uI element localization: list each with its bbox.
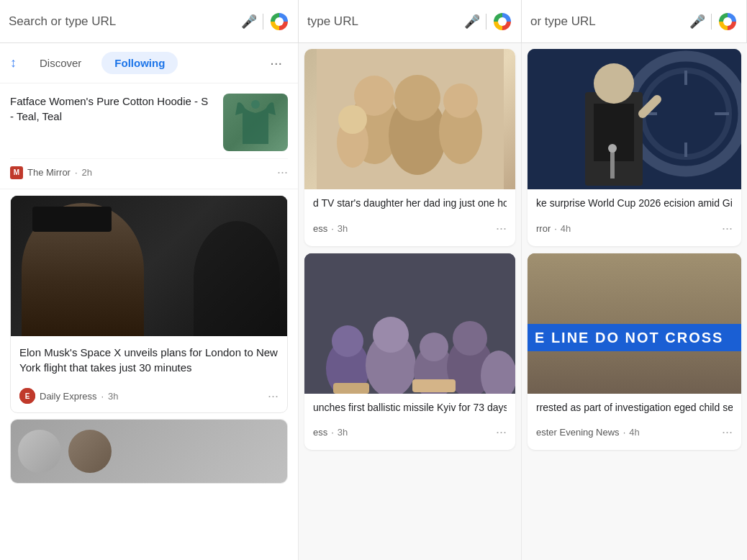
more-options-button[interactable]: ··· [264, 52, 288, 74]
svg-rect-22 [333, 383, 369, 394]
svg-text:E: E [25, 392, 30, 400]
card-infantino-title[interactable]: ke surprise World Cup 2026 ecision amid … [536, 197, 733, 211]
card-infantino-meta: rror · 4h ··· [536, 217, 733, 243]
card-police-time: 4h [629, 427, 639, 438]
card-tvstar-meta: ess · 3h ··· [313, 217, 507, 243]
svg-point-18 [420, 333, 448, 361]
card-musk: Elon Musk's Space X unveils plans for Lo… [10, 195, 288, 413]
card-hoodie-title[interactable]: Fatface Women's Pure Cotton Hoodie - S -… [10, 94, 214, 124]
card-musk-time: 3h [108, 391, 118, 402]
card-missile-image [304, 253, 515, 394]
divider-2 [486, 14, 486, 30]
svg-rect-35 [610, 150, 615, 179]
card-missile-meta: ess · 3h ··· [313, 420, 507, 447]
card-infantino-source: rror [536, 223, 551, 234]
col-left: ↕ Discover Following ··· Fatface Women's… [0, 43, 299, 560]
card-hoodie-meta: M The Mirror · 2h ··· [10, 158, 288, 189]
card-hoodie-source: The Mirror [27, 167, 71, 178]
mic-icon-2[interactable]: 🎤 [464, 14, 480, 30]
card-police-image: E LINE DO NOT CROSS [528, 253, 741, 394]
card-tvstar-more[interactable]: ··· [496, 221, 507, 236]
tab-following[interactable]: Following [101, 52, 178, 74]
svg-point-36 [608, 144, 617, 153]
search-text-2[interactable]: type URL [307, 14, 458, 29]
card-musk-source: Daily Express [40, 391, 96, 402]
mic-icon-1[interactable]: 🎤 [241, 14, 257, 30]
card-infantino-time: 4h [561, 223, 571, 234]
card-missile-time: 3h [338, 427, 348, 438]
card-tvstar: d TV star's daughter her dad ing just on… [304, 49, 515, 246]
card-infantino-image [528, 49, 741, 189]
card-tvstar-body: d TV star's daughter her dad ing just on… [304, 189, 515, 246]
card-tvstar-image [304, 49, 515, 189]
card-infantino-body: ke surprise World Cup 2026 ecision amid … [528, 189, 741, 246]
svg-point-16 [373, 317, 409, 353]
card-police-source: ester Evening News [536, 427, 620, 438]
svg-point-0 [251, 100, 260, 109]
card-missile-body: unches first ballistic missile Kyiv for … [304, 394, 515, 451]
card-missile-title[interactable]: unches first ballistic missile Kyiv for … [313, 401, 507, 415]
card-missile: unches first ballistic missile Kyiv for … [304, 253, 515, 451]
tab-discover[interactable]: Discover [27, 52, 94, 74]
card-musk-more[interactable]: ··· [268, 389, 279, 404]
mirror-logo: M [10, 166, 23, 179]
card-hoodie-more[interactable]: ··· [277, 165, 288, 180]
search-text-3[interactable]: or type URL [530, 14, 684, 29]
card-missile-more[interactable]: ··· [496, 425, 507, 440]
col-mid: d TV star's daughter her dad ing just on… [299, 43, 522, 560]
card-infantino-more[interactable]: ··· [722, 221, 733, 236]
card-hoodie-text: Fatface Women's Pure Cotton Hoodie - S -… [10, 94, 214, 151]
card-musk-title[interactable]: Elon Musk's Space X unveils plans for Lo… [19, 345, 279, 375]
lens-icon-3[interactable] [717, 12, 738, 32]
sort-icon[interactable]: ↕ [10, 55, 17, 71]
svg-point-7 [394, 75, 440, 121]
card-police: E LINE DO NOT CROSS rrested as part of i… [528, 253, 741, 451]
card-bottom-image [11, 420, 287, 483]
tab-bar: ↕ Discover Following ··· [0, 43, 298, 83]
card-hoodie-image [223, 94, 288, 151]
card-musk-meta: E Daily Express · 3h ··· [19, 382, 279, 410]
card-tvstar-title[interactable]: d TV star's daughter her dad ing just on… [313, 197, 507, 211]
search-text-1[interactable]: Search or type URL [9, 14, 235, 29]
card-tvstar-time: 3h [338, 223, 348, 234]
card-musk-body: Elon Musk's Space X unveils plans for Lo… [11, 336, 287, 412]
express-logo: E [19, 388, 35, 404]
divider-1 [263, 14, 263, 30]
svg-point-11 [338, 105, 367, 134]
search-col-3: or type URL 🎤 [522, 0, 747, 42]
card-hoodie-time: 2h [82, 167, 92, 178]
card-infantino: ke surprise World Cup 2026 ecision amid … [528, 49, 741, 246]
svg-rect-23 [412, 379, 456, 392]
search-col-1: Search or type URL 🎤 [0, 0, 299, 42]
svg-point-9 [443, 83, 478, 118]
mic-icon-3[interactable]: 🎤 [689, 14, 705, 30]
card-police-meta: ester Evening News · 4h ··· [536, 420, 733, 447]
lens-icon-1[interactable] [269, 12, 289, 32]
card-police-body: rrested as part of investigation eged ch… [528, 394, 741, 451]
card-police-title[interactable]: rrested as part of investigation eged ch… [536, 401, 733, 415]
card-bottom-partial [10, 419, 288, 484]
svg-point-20 [453, 321, 487, 356]
card-missile-source: ess [313, 427, 327, 438]
divider-3 [711, 14, 712, 30]
lens-icon-2[interactable] [492, 12, 512, 32]
top-bar: Search or type URL 🎤 type URL 🎤 or type … [0, 0, 747, 43]
card-tvstar-source: ess [313, 223, 327, 234]
main-content: ↕ Discover Following ··· Fatface Women's… [0, 43, 747, 560]
search-col-2: type URL 🎤 [299, 0, 522, 42]
card-musk-image [11, 196, 287, 336]
card-police-more[interactable]: ··· [722, 425, 733, 440]
svg-point-14 [332, 325, 363, 357]
card-hoodie: Fatface Women's Pure Cotton Hoodie - S -… [0, 83, 298, 189]
col-right: ke surprise World Cup 2026 ecision amid … [522, 43, 747, 560]
svg-point-32 [594, 63, 634, 104]
